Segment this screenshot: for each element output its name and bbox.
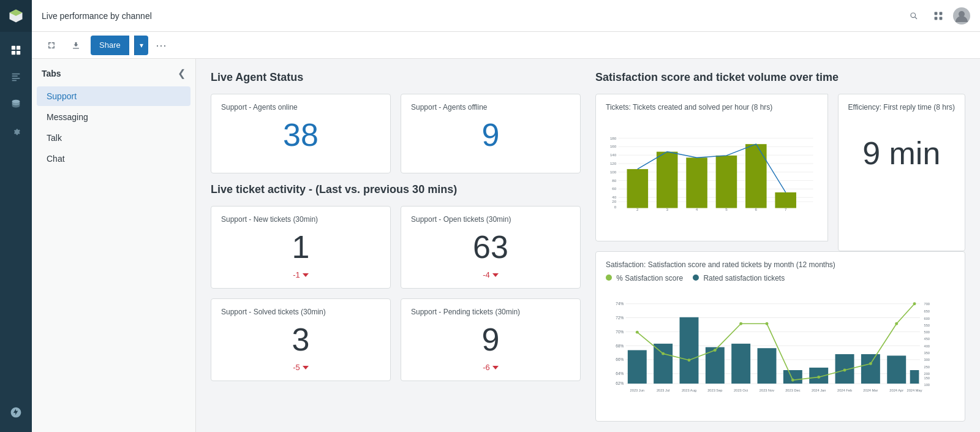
svg-text:60: 60 [612, 186, 616, 191]
svg-rect-69 [654, 344, 673, 384]
share-button[interactable]: Share [91, 36, 129, 55]
sidebar-collapse-button[interactable]: ❮ [178, 67, 186, 79]
icon-bar [0, 0, 32, 432]
svg-text:450: 450 [924, 337, 930, 341]
svg-text:300: 300 [924, 358, 930, 362]
svg-rect-1 [17, 46, 20, 50]
page-title: Live performance by channel [42, 11, 904, 21]
sidebar-item-messaging[interactable]: Messaging [37, 107, 190, 127]
pending-tickets-value: 9 [411, 321, 570, 358]
sidebar-item-label: Talk [47, 133, 62, 143]
sidebar-header: Tabs ❮ [32, 59, 195, 85]
nav-settings[interactable] [0, 118, 32, 145]
sidebar-item-chat[interactable]: Chat [37, 149, 190, 169]
legend-satisfaction-score: % Satisfaction score [606, 274, 683, 282]
svg-text:72%: 72% [616, 316, 624, 320]
svg-text:0: 0 [614, 205, 617, 209]
svg-text:350: 350 [924, 351, 930, 355]
svg-point-99 [817, 376, 820, 379]
nav-data[interactable] [0, 91, 32, 118]
tickets-bar-chart-svg: 180 160 140 120 100 80 60 40 20 [606, 116, 818, 230]
svg-text:68%: 68% [616, 344, 624, 348]
live-agent-status-title: Live Agent Status [211, 71, 581, 84]
svg-text:62%: 62% [616, 381, 624, 385]
solved-tickets-value: 3 [221, 321, 380, 358]
efficiency-value: 9 min [848, 135, 955, 172]
svg-text:2: 2 [636, 207, 639, 211]
app-logo [0, 0, 32, 32]
search-icon[interactable] [904, 6, 924, 26]
sidebar-title: Tabs [42, 69, 61, 78]
svg-rect-39 [775, 192, 796, 208]
svg-text:40: 40 [612, 195, 616, 199]
share-dropdown-button[interactable]: ▾ [134, 36, 148, 55]
grid-icon[interactable] [929, 6, 948, 26]
svg-text:2023 Jul: 2023 Jul [657, 388, 670, 392]
svg-text:2023 Sep: 2023 Sep [707, 388, 722, 392]
svg-point-103 [913, 302, 916, 305]
satisfaction-chart-section: Satisfaction: Satisfaction score and rat… [595, 251, 965, 422]
pending-tickets-label: Support - Pending tickets (30min) [411, 308, 570, 316]
svg-rect-31 [657, 152, 678, 208]
svg-rect-0 [12, 46, 15, 50]
avatar[interactable] [953, 7, 970, 25]
svg-text:160: 160 [610, 144, 617, 148]
svg-rect-35 [716, 156, 737, 208]
svg-text:4: 4 [696, 207, 698, 211]
agents-offline-label: Support - Agents offline [411, 103, 570, 112]
open-tickets-card: Support - Open tickets (30min) 63 -4 [401, 206, 581, 289]
svg-text:2024 May: 2024 May [907, 388, 922, 392]
open-tickets-label: Support - Open tickets (30min) [411, 215, 570, 224]
satisfaction-legend: % Satisfaction score Rated satisfaction … [606, 274, 955, 282]
open-tickets-delta: -4 [411, 270, 570, 279]
svg-rect-37 [745, 144, 767, 208]
svg-text:2024 Apr: 2024 Apr [889, 388, 903, 392]
svg-rect-6 [940, 12, 943, 15]
svg-text:140: 140 [610, 153, 617, 157]
svg-text:150: 150 [924, 376, 930, 380]
svg-text:2024 Feb: 2024 Feb [837, 388, 852, 392]
agent-status-cards: Support - Agents online 38 Support - Age… [211, 94, 581, 173]
satisfaction-section-title: Satisfaction score and ticket volume ove… [595, 71, 965, 84]
sidebar-item-label: Chat [47, 154, 65, 164]
svg-text:20: 20 [612, 199, 616, 203]
top-bar-actions [904, 6, 970, 26]
download-icon[interactable] [66, 36, 86, 55]
tickets-chart: Tickets: Tickets created and solved per … [595, 94, 828, 251]
agents-offline-card: Support - Agents offline 9 [401, 94, 581, 173]
svg-text:250: 250 [924, 365, 930, 369]
svg-point-102 [895, 322, 898, 325]
svg-text:2024 Mar: 2024 Mar [863, 388, 878, 392]
open-tickets-value: 63 [411, 229, 570, 265]
icon-bar-bottom [0, 399, 32, 432]
svg-text:5: 5 [725, 207, 728, 211]
svg-rect-5 [935, 12, 938, 15]
expand-icon[interactable] [42, 36, 61, 55]
nav-zendesk-logo[interactable] [0, 399, 32, 426]
sidebar-item-support[interactable]: Support [37, 86, 190, 106]
svg-text:2023 Dec: 2023 Dec [785, 388, 801, 392]
efficiency-card: Efficiency: First reply time (8 hrs) 9 m… [838, 94, 965, 251]
sidebar-item-talk[interactable]: Talk [37, 128, 190, 148]
svg-text:600: 600 [924, 317, 930, 320]
svg-text:200: 200 [924, 372, 930, 376]
sidebar-item-label: Messaging [47, 112, 88, 122]
svg-point-97 [766, 322, 769, 325]
tickets-chart-title: Tickets: Tickets created and solved per … [606, 103, 818, 112]
svg-point-92 [636, 331, 639, 334]
new-tickets-value: 1 [221, 229, 380, 265]
nav-reports[interactable] [0, 64, 32, 91]
new-tickets-delta: -1 [221, 270, 380, 279]
nav-home[interactable] [0, 37, 32, 64]
kebab-menu-button[interactable]: ⋯ [153, 39, 169, 52]
agents-online-value: 38 [221, 116, 380, 153]
svg-text:120: 120 [610, 161, 617, 165]
dashboard-content: Live Agent Status Support - Agents onlin… [196, 59, 980, 432]
agents-online-card: Support - Agents online 38 [211, 94, 391, 173]
new-tickets-label: Support - New tickets (30min) [221, 215, 380, 224]
svg-text:3: 3 [666, 207, 668, 211]
svg-text:100: 100 [610, 170, 617, 174]
svg-text:70%: 70% [616, 330, 624, 334]
svg-rect-7 [935, 17, 938, 20]
svg-text:500: 500 [924, 330, 930, 334]
